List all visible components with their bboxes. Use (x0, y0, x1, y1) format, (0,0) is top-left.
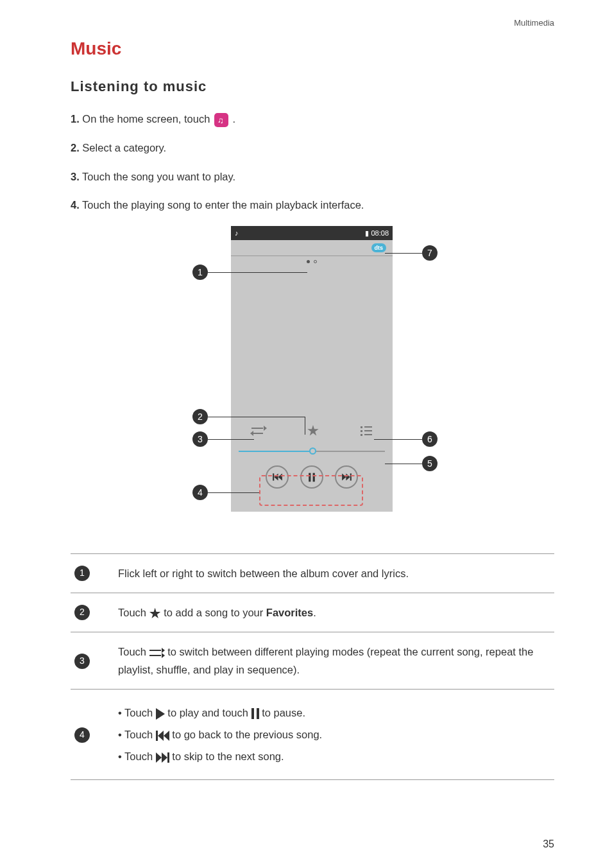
page-title: Music (71, 39, 554, 59)
row-desc-1: Flick left or right to switch between th… (114, 554, 554, 593)
step-4: 4. Touch the playing song to enter the m… (71, 197, 554, 213)
previous-icon (156, 731, 169, 741)
dot-active (307, 260, 310, 263)
row-badge-3: 3 (74, 654, 90, 669)
callout-5: 5 (385, 456, 438, 471)
row-desc-4: • Touch to play and touch to pause. • To… (114, 690, 554, 780)
step-number: 3. (71, 171, 80, 182)
step-text: Select a category. (82, 142, 166, 153)
status-time: 08:08 (371, 229, 389, 237)
row-desc-3: Touch to switch between different playin… (114, 632, 554, 690)
play-icon (156, 708, 165, 720)
pause-icon (251, 708, 259, 719)
shuffle-mode-icon (149, 648, 165, 657)
dts-row: dts (231, 240, 393, 256)
row-badge-2: 2 (74, 605, 90, 620)
battery-icon: ▮ (365, 229, 369, 238)
callout-6: 6 (374, 431, 438, 447)
music-status-icon: ♪ (235, 229, 239, 237)
previous-button (266, 465, 289, 489)
step-3: 3. Touch the song you want to play. (71, 169, 554, 185)
diagram: ♪ ▮ 08:08 dts (71, 226, 554, 534)
album-cover-area (231, 267, 393, 405)
music-app-icon (214, 113, 228, 127)
section-header: Multimedia (514, 18, 554, 28)
badge-6: 6 (422, 431, 438, 447)
dot-inactive (314, 260, 317, 263)
dts-badge: dts (371, 243, 387, 252)
callout-4: 4 (192, 485, 259, 500)
progress-thumb (309, 447, 316, 455)
callout-7: 7 (385, 245, 438, 261)
progress-bar (231, 445, 393, 458)
playlist-icon (361, 426, 372, 436)
badge-1: 1 (192, 265, 208, 280)
section-subtitle: Listening to music (71, 78, 554, 95)
row-badge-1: 1 (74, 566, 90, 581)
row-badge-4: 4 (74, 727, 90, 743)
step-1: 1. On the home screen, touch . (71, 111, 554, 127)
step-text-after: . (233, 113, 236, 125)
page-number: 35 (543, 838, 554, 850)
table-row: 2 Touch to add a song to your Favorites. (71, 593, 554, 632)
callout-1: 1 (192, 265, 307, 280)
step-text: Touch the playing song to enter the main… (82, 199, 364, 211)
description-table: 1 Flick left or right to switch between … (71, 553, 554, 780)
pause-button (300, 465, 323, 489)
row-desc-2: Touch to add a song to your Favorites. (114, 593, 554, 632)
favorite-star-icon (307, 425, 319, 437)
badge-5: 5 (422, 456, 438, 471)
step-number: 4. (71, 199, 80, 211)
step-2: 2. Select a category. (71, 140, 554, 156)
badge-2: 2 (192, 409, 208, 424)
step-number: 1. (71, 113, 80, 125)
table-row: 4 • Touch to play and touch to pause. • … (71, 690, 554, 780)
badge-4: 4 (192, 485, 208, 500)
next-icon (156, 752, 169, 763)
table-row: 3 Touch to switch between different play… (71, 632, 554, 690)
star-icon (149, 608, 161, 620)
step-text: Touch the song you want to play. (82, 171, 235, 182)
callout-3: 3 (192, 431, 254, 447)
callout-2: 2 (192, 409, 305, 424)
badge-7: 7 (422, 245, 438, 261)
status-bar: ♪ ▮ 08:08 (231, 226, 393, 240)
badge-3: 3 (192, 431, 208, 447)
step-number: 2. (71, 142, 80, 153)
step-text: On the home screen, touch (82, 113, 213, 125)
next-button (335, 465, 358, 489)
table-row: 1 Flick left or right to switch between … (71, 554, 554, 593)
